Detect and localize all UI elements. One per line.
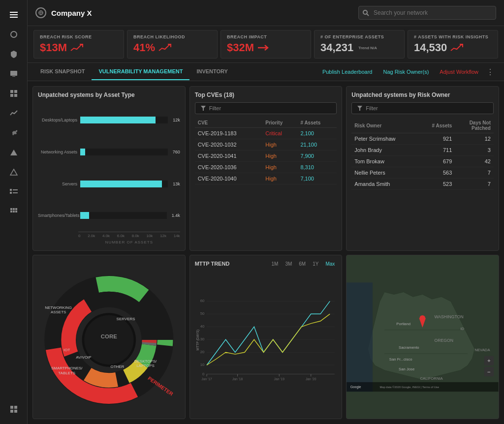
grid-icon[interactable] (5, 85, 23, 102)
risk-owner-panel: Unpatched systems by Risk Owner Filter R… (346, 86, 499, 251)
tab-risk-snapshot[interactable]: RISK SNAPSHOT (33, 63, 92, 80)
publish-leaderboard-btn[interactable]: Publish Leaderboard (318, 67, 377, 77)
svg-rect-12 (10, 189, 12, 191)
cve-row-1[interactable]: CVE-2020-1032 High 21,100 (195, 139, 337, 151)
zoom-in-icon: + (487, 358, 491, 363)
trend-icon[interactable] (5, 104, 23, 122)
main-content: Company X BREACH RISK SCORE $13M BREACH … (28, 0, 504, 424)
kpi-breach-likelihood-value: 41% (133, 41, 211, 54)
owner-4: Amanda Smith (351, 179, 418, 190)
risk-assets-0: 921 (418, 133, 455, 145)
tab-more-icon[interactable]: ⋮ (482, 65, 498, 79)
risk-days-2: 42 (455, 156, 494, 167)
id-label: ID (461, 326, 465, 331)
company-logo (35, 7, 46, 18)
risk-row-3[interactable]: Nellie Peters 563 7 (351, 167, 494, 179)
bar-2 (80, 181, 162, 187)
risk-days-3: 7 (455, 167, 494, 179)
y-30: 30 (200, 337, 204, 341)
bar-row-0: Desktops/Laptops 12k (38, 117, 180, 123)
grid-bottom-icon[interactable] (5, 400, 23, 418)
y-60: 60 (200, 299, 204, 303)
cve-id-0: CVE-2019-1183 (195, 128, 263, 139)
mttp-3m[interactable]: 3M (283, 260, 294, 268)
core-label-1: CORE (101, 333, 117, 339)
svg-rect-22 (10, 406, 13, 409)
assets-1: 21,100 (297, 139, 337, 151)
priority-col-header: Priority (262, 118, 297, 128)
svg-marker-31 (357, 106, 362, 111)
kpi-breach-impact-label: BREACH IMPACT (227, 34, 305, 39)
content-area: Unpatched systems by Asset Type Desktops… (28, 81, 504, 424)
san-jose-label: San Jose (399, 366, 414, 371)
iot-label: IOT (63, 347, 70, 352)
tab-actions: Publish Leaderboard Nag Risk Owner(s) Ad… (318, 63, 482, 81)
svg-rect-24 (10, 410, 13, 413)
apps-icon[interactable] (5, 203, 23, 220)
priority-0: Critical (262, 128, 297, 139)
assets-2: 7,900 (297, 151, 337, 162)
bar-row-2: Servers 13k (38, 181, 180, 187)
owner-3: Nellie Peters (351, 167, 418, 179)
cve-row-2[interactable]: CVE-2020-1041 High 7,900 (195, 151, 337, 162)
risk-filter-label: Filter (366, 105, 378, 111)
mttp-header: MTTP TREND 1M 3M 6M 1Y Max (195, 260, 337, 268)
risk-days-4: 7 (455, 179, 494, 190)
list-icon[interactable] (5, 183, 23, 201)
cve-row-0[interactable]: CVE-2019-1183 Critical 2,100 (195, 128, 337, 139)
tab-vulnerability-management[interactable]: VULNERABILITY MANAGEMENT (92, 63, 189, 80)
kpi-row: BREACH RISK SCORE $13M BREACH LIKELIHOOD… (28, 26, 504, 63)
alert-outline-icon[interactable] (5, 163, 23, 181)
y-40: 40 (200, 324, 204, 329)
svg-rect-19 (10, 211, 12, 212)
svg-rect-4 (10, 71, 17, 76)
map-svg: Portland Sacramento San Fr...cisco San J… (346, 255, 499, 419)
bar-chart-panel: Unpatched systems by Asset Type Desktops… (32, 86, 186, 251)
mttp-1m[interactable]: 1M (269, 260, 280, 268)
x-tick-7: 14k (174, 234, 180, 238)
search-input[interactable] (358, 6, 496, 20)
svg-rect-23 (14, 406, 17, 409)
cve-filter-bar[interactable]: Filter (195, 102, 337, 114)
alert-icon[interactable] (5, 144, 23, 161)
cve-row-3[interactable]: CVE-2020-1036 High 8,310 (195, 162, 337, 173)
avvoip-label: AV/VOIP (76, 355, 91, 359)
kpi-enterprise-assets: # OF ENTERPRISE ASSETS 34,231 Trend N/A (314, 30, 405, 59)
settings-icon[interactable] (5, 124, 23, 142)
circle-dash-icon[interactable] (5, 26, 23, 43)
bar-label-2: Servers (38, 182, 77, 186)
kpi-risk-insights-label: # ASSETS WITH RISK INSIGHTS (414, 34, 492, 39)
mttp-1y[interactable]: 1Y (311, 260, 320, 268)
mttp-6m[interactable]: 6M (297, 260, 308, 268)
risk-row-1[interactable]: John Brady 711 3 (351, 145, 494, 156)
monitor-icon[interactable] (5, 65, 23, 83)
bar-label-0: Desktops/Laptops (38, 118, 77, 122)
trend-right-icon (257, 44, 271, 51)
cve-row-4[interactable]: CVE-2020-1040 High 7,100 (195, 173, 337, 184)
donut-chart-svg: CORE NETWORKING ASSETS DESKTOPS/ LAPTOPS… (36, 258, 182, 416)
filter-icon-cve (200, 105, 206, 111)
shield-icon[interactable] (5, 45, 23, 63)
risk-row-0[interactable]: Peter Scrimshaw 921 12 (351, 133, 494, 145)
risk-filter-bar[interactable]: Filter (351, 102, 494, 114)
svg-rect-7 (14, 90, 17, 93)
tab-inventory[interactable]: INVENTORY (189, 63, 235, 80)
networking-label: NETWORKING (45, 305, 72, 310)
mttp-max[interactable]: Max (323, 260, 337, 268)
servers-label: SERVERS (117, 317, 135, 321)
logo-icon (38, 10, 43, 15)
risk-row-2[interactable]: Tom Brokaw 679 42 (351, 156, 494, 167)
desktops-label: DESKTOPS/ (134, 359, 157, 363)
assets-0: 2,100 (297, 128, 337, 139)
risk-row-4[interactable]: Amanda Smith 523 7 (351, 179, 494, 190)
nag-risk-owner-btn[interactable]: Nag Risk Owner(s) (379, 67, 433, 77)
kpi-trend-na: Trend N/A (358, 46, 377, 50)
kpi-breach-risk-label: BREACH RISK SCORE (40, 34, 118, 39)
bar-val-0: 12k (173, 118, 180, 122)
adjust-workflow-btn[interactable]: Adjust Workflow (436, 67, 482, 77)
svg-point-3 (11, 31, 17, 37)
kpi-breach-impact-value: $32M (227, 41, 305, 54)
menu-icon[interactable] (5, 6, 23, 24)
nevada-label: NEVADA (475, 348, 491, 352)
mttp-chart-area: 60 50 40 30 20 10 0 MTTP (DAYS) (195, 271, 337, 410)
